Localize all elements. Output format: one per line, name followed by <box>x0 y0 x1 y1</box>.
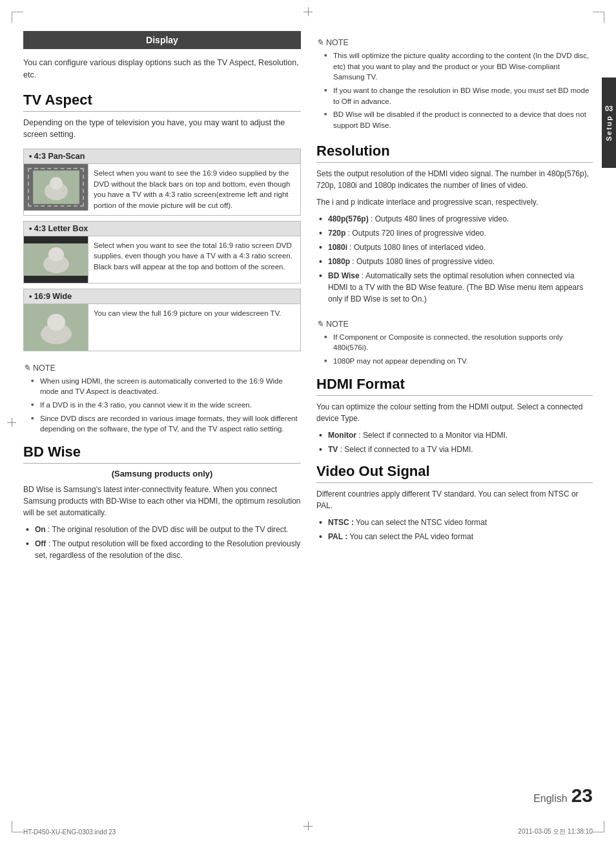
letterbox-body: Select when you want to see the total 16… <box>24 236 300 283</box>
resolution-bdwise-text: : Automatically sets the optimal resolut… <box>328 271 583 304</box>
side-tab-number: 03 <box>605 105 613 112</box>
resolution-bullet-720p: 720p : Outputs 720 lines of progressive … <box>319 227 593 239</box>
aspect-item-wide: • 16:9 Wide You can view the ful <box>23 289 301 351</box>
resolution-note-item-2: 1080P may not appear depending on TV. <box>324 356 593 367</box>
hdmi-format-bullet-tv: TV : Select if connected to a TV via HDM… <box>319 444 593 455</box>
svg-point-8 <box>48 247 64 262</box>
video-pal-label: PAL : <box>328 532 347 541</box>
tv-aspect-subtext: Depending on the type of television you … <box>23 117 301 141</box>
video-out-bullet-ntsc: NTSC : You can select the NTSC video for… <box>319 517 593 528</box>
video-out-intro: Different countries apply different TV s… <box>316 488 593 511</box>
hdmi-tv-label: TV <box>328 445 338 454</box>
bd-wise-note-item-1: This will optimize the picture quality a… <box>324 50 593 83</box>
side-tab-label: Setup <box>605 115 613 141</box>
letterbox-image <box>24 236 88 283</box>
svg-point-11 <box>47 314 65 331</box>
aspect-item-letterbox: • 4:3 Letter Box <box>23 221 301 283</box>
wide-bullet: • <box>29 292 34 301</box>
note-icon-2: ✎ <box>316 37 323 48</box>
letterbox-header: • 4:3 Letter Box <box>24 221 300 236</box>
letterbox-text: Select when you want to see the total 16… <box>88 236 300 283</box>
wide-image <box>24 304 88 351</box>
hdmi-format-intro: You can optimize the colour setting from… <box>316 401 593 424</box>
letterbox-bullet: • <box>29 224 34 233</box>
footer-left: HT-D450-XU-ENG-0303.indd 23 <box>23 829 116 836</box>
resolution-heading: Resolution <box>316 143 593 163</box>
wide-svg <box>24 304 88 351</box>
bd-wise-note-label: ✎ NOTE <box>316 37 593 48</box>
resolution-note-label: ✎ NOTE <box>316 319 593 329</box>
page-number: 23 <box>571 785 593 807</box>
left-column: Display You can configure various displa… <box>23 31 301 813</box>
letterbox-svg <box>24 236 88 283</box>
panscan-image <box>24 164 88 211</box>
aspect-item-panscan: • 4:3 Pan-Scan <box>23 149 301 216</box>
footer-right: 2011-03-05 오전 11:38:10 <box>518 827 593 836</box>
content-area: Display You can configure various displa… <box>23 31 593 813</box>
resolution-bullet-480p: 480p(576p) : Outputs 480 lines of progre… <box>319 213 593 225</box>
bd-wise-heading: BD Wise <box>23 444 301 464</box>
svg-rect-6 <box>24 276 88 283</box>
resolution-720p-label: 720p <box>328 229 345 238</box>
panscan-label: 4:3 Pan-Scan <box>34 152 85 161</box>
hdmi-monitor-label: Monitor <box>328 431 356 440</box>
display-header: Display <box>23 31 301 49</box>
tv-aspect-note-item-2: If a DVD is in the 4:3 ratio, you cannot… <box>31 400 301 411</box>
bd-wise-off-text: : The output resolution will be fixed ac… <box>35 539 300 560</box>
bd-wise-note-item-3: BD Wise will be disabled if the product … <box>324 109 593 130</box>
resolution-1080i-label: 1080i <box>328 243 347 252</box>
wide-body: You can view the full 16:9 picture on yo… <box>24 304 300 351</box>
tv-aspect-note-text: NOTE <box>33 364 56 373</box>
side-tab: 03 Setup <box>602 77 616 168</box>
resolution-bdwise-label: BD Wise <box>328 271 360 280</box>
panscan-header: • 4:3 Pan-Scan <box>24 149 300 164</box>
page: 03 Setup Display You can configure vario… <box>0 0 616 844</box>
tv-aspect-note-list: When using HDMI, the screen is automatic… <box>23 376 301 435</box>
bd-wise-off-label: Off <box>35 539 46 548</box>
letterbox-label: 4:3 Letter Box <box>34 224 88 233</box>
wide-text: You can view the full 16:9 picture on yo… <box>88 304 300 351</box>
bd-wise-bullet-on: On : The original resolution of the DVD … <box>26 524 301 535</box>
hdmi-format-heading: HDMI Format <box>316 376 593 396</box>
note-icon-1: ✎ <box>23 363 30 373</box>
video-ntsc-label: NTSC : <box>328 518 354 527</box>
hdmi-format-bullets: Monitor : Select if connected to a Monit… <box>316 429 593 458</box>
bd-wise-bullet-off: Off : The output resolution will be fixe… <box>26 538 301 561</box>
video-pal-text: You can select the PAL video format <box>347 532 473 541</box>
right-column: ✎ NOTE This will optimize the picture qu… <box>316 31 593 813</box>
resolution-note-list: If Component or Composite is connected, … <box>316 332 593 367</box>
resolution-720p-text: : Outputs 720 lines of progressive video… <box>345 229 486 238</box>
panscan-body: Select when you want to see the 16:9 vid… <box>24 164 300 215</box>
video-ntsc-text: You can select the NTSC video format <box>354 518 487 527</box>
tv-aspect-note-item-1: When using HDMI, the screen is automatic… <box>31 376 301 397</box>
bd-wise-on-text: : The original resolution of the DVD dis… <box>46 525 289 534</box>
resolution-bullets: 480p(576p) : Outputs 480 lines of progre… <box>316 213 593 307</box>
page-info: English 23 <box>533 785 593 807</box>
tv-aspect-note: ✎ NOTE When using HDMI, the screen is au… <box>23 363 301 437</box>
corner-mark-tl <box>12 12 23 23</box>
footer: HT-D450-XU-ENG-0303.indd 23 2011-03-05 오… <box>23 827 593 836</box>
tv-aspect-heading: TV Aspect <box>23 92 301 112</box>
resolution-480p-text: : Outputs 480 lines of progressive video… <box>369 214 509 223</box>
tv-aspect-note-item-3: Since DVD discs are recorded in various … <box>31 413 301 435</box>
resolution-bullet-1080p: 1080p : Outputs 1080 lines of progressiv… <box>319 256 593 267</box>
panscan-svg <box>33 170 79 204</box>
wide-header: • 16:9 Wide <box>24 289 300 304</box>
hdmi-tv-text: : Select if connected to a TV via HDMI. <box>338 445 473 454</box>
resolution-bullet-bdwise: BD Wise : Automatically sets the optimal… <box>319 270 593 305</box>
corner-mark-tr <box>593 12 604 23</box>
bd-wise-note-text: NOTE <box>326 38 349 47</box>
bd-wise-note-list: This will optimize the picture quality a… <box>316 50 593 131</box>
video-out-bullets: NTSC : You can select the NTSC video for… <box>316 517 593 545</box>
svg-rect-5 <box>24 236 88 243</box>
resolution-note-item-1: If Component or Composite is connected, … <box>324 332 593 353</box>
hdmi-monitor-text: : Select if connected to a Monitor via H… <box>356 431 508 440</box>
panscan-bullet: • <box>29 152 34 161</box>
panscan-text: Select when you want to see the 16:9 vid… <box>88 164 300 215</box>
resolution-note-text: NOTE <box>326 320 349 329</box>
bd-wise-on-label: On <box>35 525 46 534</box>
resolution-1080p-text: : Outputs 1080 lines of progressive vide… <box>350 257 495 266</box>
video-out-heading: Video Out Signal <box>316 463 593 483</box>
video-out-bullet-pal: PAL : You can select the PAL video forma… <box>319 531 593 542</box>
bd-wise-note: ✎ NOTE This will optimize the picture qu… <box>316 37 593 134</box>
